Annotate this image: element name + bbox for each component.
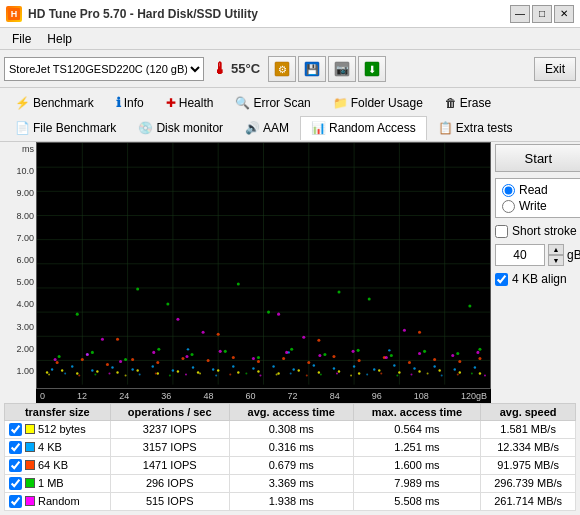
svg-point-65 (333, 367, 335, 369)
svg-point-55 (131, 368, 133, 370)
svg-point-122 (86, 353, 89, 356)
svg-point-42 (318, 371, 320, 373)
menu-help[interactable]: Help (39, 30, 80, 48)
svg-point-97 (317, 339, 320, 342)
exit-button[interactable]: Exit (534, 57, 576, 81)
svg-point-148 (155, 373, 157, 375)
menu-file[interactable]: File (4, 30, 39, 48)
svg-point-85 (257, 360, 260, 363)
short-stroke-checkbox[interactable] (495, 225, 508, 238)
spin-up-button[interactable]: ▲ (548, 244, 564, 255)
random-access-icon: 📊 (311, 121, 326, 135)
read-label: Read (519, 183, 548, 197)
cell-max-0: 0.564 ms (353, 420, 481, 438)
tab-erase[interactable]: 🗑 Erase (434, 90, 502, 114)
align-checkbox[interactable] (495, 273, 508, 286)
toolbar-btn-3[interactable]: 📷 (328, 56, 356, 82)
read-radio-label[interactable]: Read (502, 183, 575, 197)
spin-down-button[interactable]: ▼ (548, 255, 564, 266)
tab-health[interactable]: ✚ Health (155, 90, 225, 114)
spinbox-input[interactable] (495, 244, 545, 266)
tab-info[interactable]: ℹ Info (105, 90, 155, 114)
svg-point-135 (101, 338, 104, 341)
tab-error-scan[interactable]: 🔍 Error Scan (224, 90, 321, 114)
col-operations: operations / sec (110, 403, 229, 420)
x-tick-48: 48 (203, 391, 213, 401)
row-checkbox-3[interactable] (9, 477, 22, 490)
maximize-button[interactable]: □ (532, 5, 552, 23)
cell-max-1: 1.251 ms (353, 438, 481, 456)
row-checkbox-1[interactable] (9, 441, 22, 454)
cell-ops-3: 296 IOPS (110, 474, 229, 492)
svg-point-106 (290, 348, 293, 351)
cell-max-2: 1.600 ms (353, 456, 481, 474)
align-label[interactable]: 4 KB align (495, 272, 580, 286)
svg-point-107 (323, 353, 326, 356)
svg-point-114 (166, 303, 169, 306)
row-checkbox-0[interactable] (9, 423, 22, 436)
svg-point-128 (285, 351, 288, 354)
tab-random-access[interactable]: 📊 Random Access (300, 116, 427, 140)
row-checkbox-4[interactable] (9, 495, 22, 508)
row-checkbox-2[interactable] (9, 459, 22, 472)
tab-aam[interactable]: 🔊 AAM (234, 116, 300, 140)
toolbar-btn-2[interactable]: 💾 (298, 56, 326, 82)
svg-point-51 (51, 368, 53, 370)
temperature-value: 55°C (231, 61, 260, 76)
write-radio-label[interactable]: Write (502, 199, 575, 213)
svg-point-116 (368, 298, 371, 301)
svg-point-120 (337, 290, 340, 293)
tab-extra-tests[interactable]: 📋 Extra tests (427, 116, 524, 140)
table-row: 512 bytes 3237 IOPS 0.308 ms 0.564 ms 1.… (5, 420, 576, 438)
x-tick-120: 120gB (461, 391, 487, 401)
x-tick-72: 72 (288, 391, 298, 401)
device-selector[interactable]: StoreJet TS120GESD220C (120 gB) (4, 57, 204, 81)
tab-folder-usage[interactable]: 📁 Folder Usage (322, 90, 434, 114)
read-radio[interactable] (502, 184, 515, 197)
svg-point-150 (185, 374, 187, 376)
cell-avg-0: 0.308 ms (229, 420, 353, 438)
cell-label-0: 512 bytes (5, 420, 111, 438)
write-radio[interactable] (502, 200, 515, 213)
svg-point-119 (237, 282, 240, 285)
chart-wrapper: ms 10.0 9.00 8.00 7.00 6.00 5.00 4.00 3.… (4, 142, 491, 403)
folder-icon: 📁 (333, 96, 348, 110)
col-avg-speed: avg. speed (481, 403, 576, 420)
short-stroke-label[interactable]: Short stroke (495, 224, 580, 238)
chart-and-xaxis: 0 12 24 36 48 60 72 84 96 108 120gB (36, 142, 491, 403)
svg-point-109 (390, 354, 393, 357)
table-row: 4 KB 3157 IOPS 0.316 ms 1.251 ms 12.334 … (5, 438, 576, 456)
svg-point-31 (96, 370, 98, 372)
y-tick-2: 2.00 (16, 344, 34, 354)
svg-point-141 (48, 374, 50, 376)
svg-point-103 (191, 353, 194, 356)
svg-point-102 (157, 348, 160, 351)
close-button[interactable]: ✕ (554, 5, 574, 23)
svg-point-167 (441, 375, 443, 377)
table-header-row: transfer size operations / sec avg. acce… (5, 403, 576, 420)
tab-file-benchmark[interactable]: 📄 File Benchmark (4, 116, 127, 140)
nav-tabs: ⚡ Benchmark ℹ Info ✚ Health 🔍 Error Scan… (0, 88, 580, 142)
svg-point-163 (380, 373, 382, 375)
svg-point-154 (245, 373, 247, 375)
start-button[interactable]: Start (495, 144, 580, 172)
read-write-group: Read Write (495, 178, 580, 218)
row-label-3: 1 MB (38, 477, 64, 489)
svg-point-133 (451, 354, 454, 357)
svg-point-170 (484, 375, 486, 377)
toolbar-btn-1[interactable]: ⚙ (268, 56, 296, 82)
tab-benchmark[interactable]: ⚡ Benchmark (4, 90, 105, 114)
cell-label-1: 4 KB (5, 438, 111, 456)
cell-avg-3: 3.369 ms (229, 474, 353, 492)
toolbar-btn-4[interactable]: ⬇ (358, 56, 386, 82)
benchmark-icon: ⚡ (15, 96, 30, 110)
svg-point-101 (124, 358, 127, 361)
svg-point-74 (187, 348, 189, 350)
tab-disk-monitor[interactable]: 💿 Disk monitor (127, 116, 234, 140)
cell-speed-3: 296.739 MB/s (481, 474, 576, 492)
svg-point-32 (116, 371, 118, 373)
y-tick-8: 8.00 (16, 211, 34, 221)
svg-point-71 (454, 368, 456, 370)
table-row: Random 515 IOPS 1.938 ms 5.508 ms 261.71… (5, 492, 576, 510)
minimize-button[interactable]: — (510, 5, 530, 23)
